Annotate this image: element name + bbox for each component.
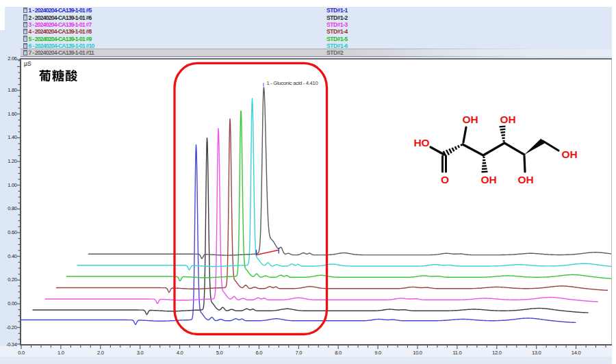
svg-text:OH: OH (500, 114, 515, 125)
svg-text:OH: OH (517, 174, 533, 185)
svg-text:OH: OH (480, 174, 496, 185)
svg-text:O: O (441, 174, 449, 185)
svg-text:HO: HO (413, 137, 429, 148)
svg-text:OH: OH (462, 114, 478, 125)
svg-text:OH: OH (561, 148, 577, 160)
